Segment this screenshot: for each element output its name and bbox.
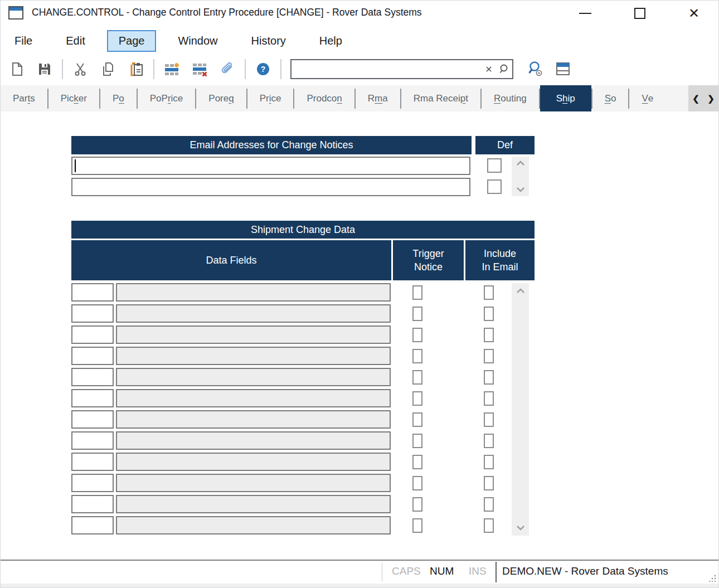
tab-po[interactable]: Po [100, 85, 137, 111]
row-data-field[interactable] [116, 325, 391, 344]
menu-item-history[interactable]: History [240, 30, 298, 52]
menu-item-help[interactable]: Help [308, 30, 354, 52]
trigger-notice-checkbox[interactable] [412, 370, 422, 385]
search-icon[interactable] [497, 60, 512, 78]
tab-poprice[interactable]: PoPrice [138, 85, 196, 111]
tab-poreq[interactable]: Poreq [196, 85, 246, 111]
trigger-notice-checkbox[interactable] [412, 349, 422, 363]
row-data-field[interactable] [116, 304, 391, 323]
shipment-change-data-header: Shipment Change Data [71, 221, 535, 239]
def-checkbox-1[interactable] [487, 158, 502, 173]
menu-item-edit[interactable]: Edit [54, 30, 96, 52]
row-key-input[interactable] [71, 304, 114, 323]
insert-row-button[interactable] [158, 57, 186, 81]
new-document-button[interactable] [3, 57, 31, 81]
email-list-scrollbar[interactable] [512, 157, 529, 196]
tab-scroll-right-button[interactable]: ❯ [703, 85, 718, 111]
tab-routing[interactable]: Routing [482, 85, 539, 111]
trigger-notice-checkbox[interactable] [412, 307, 422, 321]
advanced-search-button[interactable] [521, 57, 549, 81]
tab-prodcon[interactable]: Prodcon [294, 85, 354, 111]
include-in-email-checkbox[interactable] [484, 370, 494, 385]
row-key-input[interactable] [71, 283, 114, 302]
scroll-down-icon[interactable] [516, 525, 526, 531]
menu-item-page[interactable]: Page [107, 30, 157, 52]
trigger-notice-checkbox[interactable] [412, 497, 422, 512]
tab-rma-receipt[interactable]: Rma Receipt [401, 85, 480, 111]
include-in-email-checkbox[interactable] [484, 455, 494, 469]
minimize-button[interactable] [572, 1, 598, 26]
row-key-input[interactable] [71, 516, 114, 534]
tab-rma[interactable]: Rma [356, 85, 400, 111]
include-in-email-checkbox[interactable] [484, 497, 494, 512]
include-in-email-checkbox[interactable] [484, 328, 494, 342]
include-in-email-checkbox[interactable] [484, 349, 494, 363]
close-button[interactable]: ✕ [681, 1, 707, 26]
save-button[interactable] [31, 57, 59, 81]
row-key-input[interactable] [71, 410, 114, 429]
table-row [71, 453, 535, 474]
row-key-input[interactable] [71, 495, 114, 513]
trigger-notice-checkbox[interactable] [412, 328, 422, 342]
trigger-notice-checkbox[interactable] [412, 476, 422, 490]
trigger-notice-checkbox[interactable] [412, 518, 422, 533]
tab-so[interactable]: So [592, 85, 629, 111]
row-key-input[interactable] [71, 325, 114, 344]
row-key-input[interactable] [71, 347, 114, 365]
tab-ship[interactable]: Ship [540, 85, 591, 111]
clear-search-icon[interactable]: ✕ [481, 60, 497, 78]
scroll-down-icon[interactable] [516, 187, 526, 193]
row-data-field[interactable] [116, 495, 391, 513]
layout-button[interactable] [549, 57, 577, 81]
trigger-notice-checkbox[interactable] [412, 434, 422, 448]
tab-ve[interactable]: Ve [629, 85, 665, 111]
include-in-email-checkbox[interactable] [484, 518, 494, 533]
include-in-email-checkbox[interactable] [484, 476, 494, 490]
tab-price[interactable]: Price [247, 85, 294, 111]
row-key-input[interactable] [71, 431, 114, 450]
copy-button[interactable] [94, 57, 122, 81]
maximize-button[interactable] [627, 1, 653, 26]
def-checkbox-2[interactable] [487, 179, 502, 194]
trigger-notice-checkbox[interactable] [412, 391, 422, 406]
include-in-email-checkbox[interactable] [484, 391, 494, 406]
scroll-up-icon[interactable] [516, 288, 526, 294]
email-address-input-1[interactable] [71, 157, 470, 175]
trigger-notice-checkbox[interactable] [412, 285, 422, 300]
tab-scroll-left-button[interactable]: ❮ [688, 85, 703, 111]
trigger-notice-checkbox[interactable] [412, 455, 422, 469]
include-in-email-checkbox[interactable] [484, 412, 494, 427]
row-data-field[interactable] [116, 474, 391, 492]
tab-picker[interactable]: Picker [48, 85, 99, 111]
row-key-input[interactable] [71, 389, 114, 407]
paste-button[interactable] [122, 57, 150, 81]
resize-grip-icon[interactable] [709, 574, 717, 582]
include-in-email-checkbox[interactable] [484, 285, 494, 300]
row-data-field[interactable] [116, 410, 391, 429]
toolbar-separator [245, 59, 246, 79]
scroll-up-icon[interactable] [516, 160, 526, 166]
row-data-field[interactable] [116, 347, 391, 365]
email-address-input-2[interactable] [71, 178, 470, 196]
help-button[interactable]: ? [249, 57, 277, 81]
include-in-email-checkbox[interactable] [484, 434, 494, 448]
menu-item-file[interactable]: File [3, 30, 44, 52]
row-data-field[interactable] [116, 516, 391, 534]
search-input[interactable] [292, 60, 481, 78]
trigger-notice-checkbox[interactable] [412, 412, 422, 427]
row-data-field[interactable] [116, 389, 391, 407]
row-key-input[interactable] [71, 474, 114, 492]
grid-scrollbar[interactable] [512, 283, 529, 536]
tab-parts[interactable]: Parts [1, 85, 47, 111]
menu-item-window[interactable]: Window [166, 30, 229, 52]
row-data-field[interactable] [116, 368, 391, 386]
row-key-input[interactable] [71, 368, 114, 386]
row-data-field[interactable] [116, 453, 391, 471]
row-data-field[interactable] [116, 431, 391, 450]
attachment-button[interactable] [213, 57, 241, 81]
include-in-email-checkbox[interactable] [484, 307, 494, 321]
cut-button[interactable] [66, 57, 94, 81]
row-key-input[interactable] [71, 453, 114, 471]
delete-row-button[interactable] [186, 57, 213, 81]
row-data-field[interactable] [116, 283, 391, 302]
